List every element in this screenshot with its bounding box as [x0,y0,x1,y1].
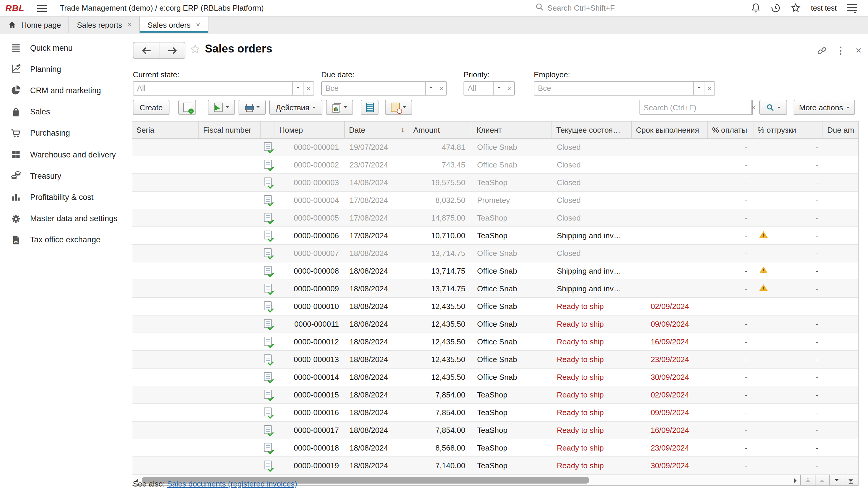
filter-combo-box[interactable]: Все× [534,81,715,95]
sidebar-item-profitability-cost[interactable]: Profitability & cost [0,188,125,207]
table-row[interactable]: 0000-00000718/08/202413,714.75Office Sna… [132,245,858,262]
column-header-icon[interactable] [261,122,275,138]
sidebar-item-warehouse-and-delivery[interactable]: Warehouse and delivery [0,145,125,164]
see-also-link[interactable]: Sales documents (registered invoices) [167,479,297,488]
print-icon[interactable] [239,100,266,115]
table-search-clear-icon[interactable]: × [751,100,755,114]
documents-report-icon[interactable] [326,100,353,115]
more-menu-kebab-icon[interactable] [835,46,846,56]
favorite-page-star-icon[interactable] [190,44,200,57]
go-to-top-button[interactable] [800,475,814,485]
more-actions-button[interactable]: More actions [793,100,855,115]
column-header-Номер[interactable]: Номер [275,122,345,138]
sidebar-item-quick-menu[interactable]: Quick menu [0,38,125,57]
column-header-Amount[interactable]: Amount [409,122,472,138]
table-row[interactable]: 0000-00001418/08/202412,435.50Office Sna… [132,369,858,386]
column-header-Seria[interactable]: Seria [132,122,199,138]
table-row[interactable]: 0000-00001818/08/20248,568.00TeaShopRead… [132,440,858,457]
sidebar-item-treasury[interactable]: Treasury [0,166,125,185]
table-row[interactable]: 0000-00000818/08/202413,714.75Office Sna… [132,262,858,280]
favorites-star-icon[interactable] [791,3,801,13]
column-header-Fiscal number[interactable]: Fiscal number [199,122,261,138]
actions-button[interactable]: Действия [269,100,322,115]
sidebar-item-tax-office-exchange[interactable]: TAXTax office exchange [0,231,125,250]
order-date: 18/08/2024 [345,337,388,346]
list-icon[interactable] [361,100,379,115]
page-up-button[interactable] [814,475,829,485]
sidebar-item-purchasing[interactable]: Purchasing [0,124,125,143]
crm-pie-icon [10,85,22,97]
chevron-down-icon[interactable] [425,82,436,95]
sidebar-item-master-data-and-settings[interactable]: Master data and settings [0,209,125,228]
chevron-down-icon[interactable] [693,82,704,95]
chevron-down-icon[interactable] [292,82,303,95]
global-search[interactable]: Search Ctrl+Shift+F [536,3,615,13]
copy-document-icon[interactable] [208,100,235,115]
tab-close-icon[interactable]: × [127,21,132,29]
column-header-Срок выполнения[interactable]: Срок выполнения [632,122,708,138]
sidebar-item-sales[interactable]: Sales [0,102,125,121]
forward-button[interactable] [159,42,185,58]
table-row[interactable]: 0000-00000918/08/202413,714.75Office Sna… [132,280,858,298]
table-row[interactable]: 0000-00000119/07/2024474.81Office SnabCl… [132,138,858,156]
filter-clear-icon[interactable]: × [704,82,714,95]
column-header-Due am[interactable]: Due am [823,122,858,138]
bell-icon[interactable] [750,3,761,13]
create-button[interactable]: Create [133,100,169,115]
column-header-Текущее состоя…[interactable]: Текущее состоя… [552,122,632,138]
close-form-icon[interactable]: × [853,46,864,56]
cell-seria [132,138,199,156]
sidebar-item-planning[interactable]: Planning [0,60,125,79]
table-row[interactable]: 0000-00000417/08/20248,032.50PrometeyClo… [132,192,858,209]
filter-clear-icon[interactable]: × [303,82,314,95]
table-row[interactable]: 0000-00001018/08/202412,435.50Office Sna… [132,298,858,316]
order-due-date: 23/09/2024 [651,355,689,364]
user-menu-icon[interactable] [847,4,857,12]
copy-link-icon[interactable] [816,46,827,56]
main-menu-icon[interactable] [38,4,47,12]
filter-value[interactable]: All [464,82,493,95]
cell-date: 19/07/2024 [345,138,409,156]
see-also-row: See also: Sales documents (registered in… [133,479,297,488]
back-button[interactable] [134,42,159,58]
table-search-input[interactable] [640,100,751,114]
filter-value[interactable]: All [134,82,292,95]
column-header-Date[interactable]: Date↓ [345,122,409,138]
filter-combo-box[interactable]: All× [464,81,515,95]
filter-value[interactable]: Все [534,82,693,95]
filter-clear-icon[interactable]: × [504,82,514,95]
tab-home-page[interactable]: Home page [0,17,69,33]
table-row[interactable]: 0000-00000617/08/202410,710.00TeaShopShi… [132,227,858,245]
filter-value[interactable]: Все [322,82,425,95]
table-row[interactable]: 0000-00001718/08/20247,854.00TeaShopRead… [132,422,858,440]
tab-sales-reports[interactable]: Sales reports× [69,17,140,33]
column-header-% отгрузки[interactable]: % отгрузки [753,122,823,138]
new-document-icon[interactable]: + [178,100,196,115]
scroll-right-icon[interactable] [792,478,800,483]
table-row[interactable]: 0000-00001618/08/20247,854.00TeaShopRead… [132,404,858,422]
tab-close-icon[interactable]: × [196,21,200,29]
column-header-% оплаты[interactable]: % оплаты [708,122,753,138]
table-row[interactable]: 0000-00001518/08/20247,854.00TeaShopRead… [132,386,858,404]
tab-sales-orders[interactable]: Sales orders× [140,17,208,33]
table-row[interactable]: 0000-00001118/08/202412,435.50Office Sna… [132,316,858,333]
go-to-bottom-button[interactable] [844,475,858,485]
order-state: Closed [552,213,581,222]
history-icon[interactable] [771,3,781,13]
filter-combo-box[interactable]: All× [133,81,314,95]
table-row[interactable]: 0000-00001218/08/202412,435.50Office Sna… [132,333,858,351]
table-row[interactable]: 0000-00001918/08/20247,140.00TeaShopRead… [132,457,858,475]
document-history-icon[interactable] [385,100,412,115]
page-down-button[interactable] [829,475,844,485]
column-header-Клиент[interactable]: Клиент [472,122,552,138]
table-row[interactable]: 0000-00001318/08/202412,435.50Office Sna… [132,351,858,369]
table-row[interactable]: 0000-00000517/08/202414,875.00TeaShopClo… [132,209,858,227]
user-name[interactable]: test test [811,4,837,12]
sidebar-item-crm-and-marketing[interactable]: CRM and marketing [0,81,125,100]
filter-combo-box[interactable]: Все× [321,81,447,95]
search-magnifier-button[interactable] [759,100,787,115]
table-row[interactable]: 0000-00000314/08/202419,575.50TeaShopClo… [132,174,858,192]
chevron-down-icon[interactable] [493,82,504,95]
table-row[interactable]: 0000-00000223/07/2024743.45Office SnabCl… [132,156,858,174]
filter-clear-icon[interactable]: × [436,82,446,95]
